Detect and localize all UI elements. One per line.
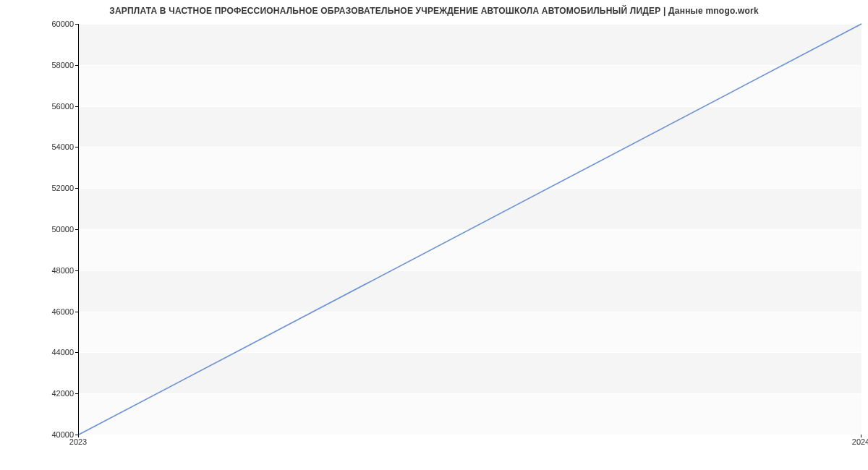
chart-title: ЗАРПЛАТА В ЧАСТНОЕ ПРОФЕССИОНАЛЬНОЕ ОБРА… [0, 6, 868, 16]
chart-container: ЗАРПЛАТА В ЧАСТНОЕ ПРОФЕССИОНАЛЬНОЕ ОБРА… [0, 0, 868, 470]
y-tick-mark [75, 65, 78, 66]
x-tick-label: 2024 [852, 437, 868, 446]
y-tick-mark [75, 229, 78, 230]
y-tick-label: 40000 [38, 430, 74, 439]
y-tick-mark [75, 270, 78, 271]
y-tick-label: 56000 [38, 102, 74, 111]
y-tick-mark [75, 312, 78, 312]
x-tick-label: 2023 [69, 437, 87, 446]
y-tick-label: 50000 [38, 225, 74, 234]
y-tick-label: 42000 [38, 389, 74, 398]
x-tick-mark [78, 435, 79, 437]
line-series [79, 24, 861, 435]
y-tick-label: 60000 [38, 20, 74, 28]
y-tick-label: 52000 [38, 184, 74, 192]
y-tick-mark [75, 393, 78, 394]
y-tick-mark [75, 352, 78, 353]
y-tick-label: 58000 [38, 61, 74, 69]
y-tick-mark [75, 147, 78, 148]
y-tick-mark [75, 24, 78, 25]
y-tick-label: 44000 [38, 348, 74, 356]
y-tick-mark [75, 106, 78, 107]
gridline [79, 435, 861, 435]
x-tick-mark [861, 435, 861, 437]
series-line [79, 24, 861, 435]
y-tick-mark [75, 188, 78, 189]
y-tick-label: 54000 [38, 142, 74, 151]
y-tick-label: 46000 [38, 307, 74, 316]
plot-area [78, 24, 861, 435]
y-tick-label: 48000 [38, 266, 74, 275]
